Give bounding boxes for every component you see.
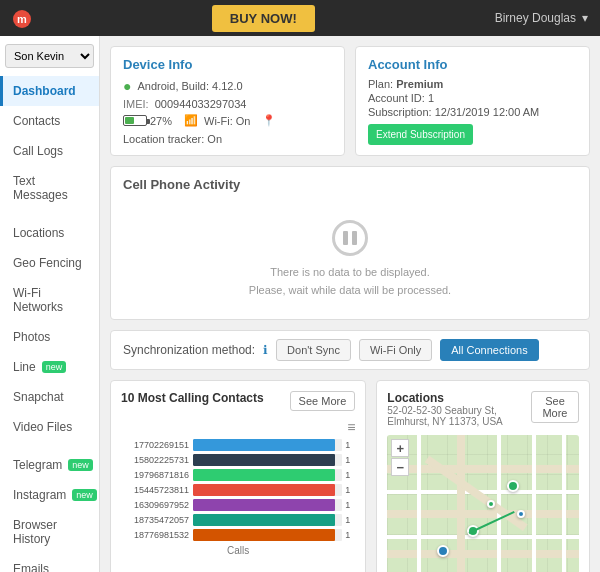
new-badge: new bbox=[68, 459, 93, 471]
location-card-header: Locations 52-02-52-30 Seabury St, Elmhur… bbox=[387, 391, 579, 431]
device-os: Android, Build: 4.12.0 bbox=[137, 80, 242, 92]
svg-text:m: m bbox=[17, 13, 27, 25]
pause-icon bbox=[332, 220, 368, 256]
subscription-label: Subscription: bbox=[368, 106, 432, 118]
bar-fill bbox=[193, 439, 335, 451]
battery-indicator: 27% bbox=[123, 115, 172, 127]
sidebar-item-telegram[interactable]: Telegramnew bbox=[0, 450, 99, 480]
chart-menu-icon[interactable]: ≡ bbox=[121, 419, 355, 435]
bar-container bbox=[193, 514, 342, 526]
bar-count: 1 bbox=[345, 500, 355, 510]
bar-label: 19796871816 bbox=[121, 470, 193, 480]
user-menu[interactable]: Birney Douglas ▾ bbox=[495, 11, 588, 25]
location-map: + − bbox=[387, 435, 579, 572]
bar-label: 18776981532 bbox=[121, 530, 193, 540]
bottom-row: 10 Most Calling Contacts See More ≡ 1770… bbox=[110, 380, 590, 572]
sync-label: Synchronization method: bbox=[123, 343, 255, 357]
sidebar-item-label: Telegram bbox=[13, 458, 62, 472]
android-icon: ● bbox=[123, 78, 131, 94]
sync-info-icon[interactable]: ℹ bbox=[263, 343, 268, 357]
device-info-card: Device Info ● Android, Build: 4.12.0 IME… bbox=[110, 46, 345, 156]
map-zoom-controls: + − bbox=[391, 439, 409, 476]
sidebar-item-label: Emails bbox=[13, 562, 49, 572]
bar-container bbox=[193, 484, 342, 496]
buy-now-button[interactable]: BUY NOW! bbox=[212, 5, 315, 32]
map-zoom-out[interactable]: − bbox=[391, 458, 409, 476]
info-row: Device Info ● Android, Build: 4.12.0 IME… bbox=[110, 46, 590, 156]
device-info-title: Device Info bbox=[123, 57, 332, 72]
location-status: Location tracker: On bbox=[123, 133, 222, 145]
plan-value: Premium bbox=[396, 78, 443, 90]
sidebar-item-label: Browser History bbox=[13, 518, 89, 546]
bar-count: 1 bbox=[345, 440, 355, 450]
sidebar-item-line[interactable]: Linenew bbox=[0, 352, 99, 382]
bar-label: 16309697952 bbox=[121, 500, 193, 510]
sidebar-item-video-files[interactable]: Video Files bbox=[0, 412, 99, 442]
sidebar-item-snapchat[interactable]: Snapchat bbox=[0, 382, 99, 412]
sidebar-item-instagram[interactable]: Instagramnew bbox=[0, 480, 99, 510]
main-layout: Son Kevin DashboardContactsCall LogsText… bbox=[0, 36, 600, 572]
sidebar-item-wi-fi-networks[interactable]: Wi-Fi Networks bbox=[0, 278, 99, 322]
sidebar-item-label: Wi-Fi Networks bbox=[13, 286, 89, 314]
sidebar-item-label: Photos bbox=[13, 330, 50, 344]
sidebar-divider bbox=[0, 442, 99, 450]
sidebar-item-geo-fencing[interactable]: Geo Fencing bbox=[0, 248, 99, 278]
bar-label: 15445723811 bbox=[121, 485, 193, 495]
dont-sync-button[interactable]: Don't Sync bbox=[276, 339, 351, 361]
cell-activity-card: Cell Phone Activity There is no data to … bbox=[110, 166, 590, 320]
user-selector[interactable]: Son Kevin bbox=[5, 44, 94, 68]
sidebar: Son Kevin DashboardContactsCall LogsText… bbox=[0, 36, 100, 572]
bar-label: 15802225731 bbox=[121, 455, 193, 465]
sidebar-item-label: Text Messages bbox=[13, 174, 89, 202]
bar-fill bbox=[193, 469, 335, 481]
table-row: 154457238111 bbox=[121, 484, 355, 496]
table-row: 158022257311 bbox=[121, 454, 355, 466]
sidebar-item-contacts[interactable]: Contacts bbox=[0, 106, 99, 136]
sidebar-item-text-messages[interactable]: Text Messages bbox=[0, 166, 99, 210]
bar-fill bbox=[193, 454, 335, 466]
account-id-label: Account ID: bbox=[368, 92, 425, 104]
table-row: 197968718161 bbox=[121, 469, 355, 481]
app-logo: m bbox=[12, 7, 32, 28]
wifi-status: Wi-Fi: On bbox=[204, 115, 250, 127]
sidebar-item-locations[interactable]: Locations bbox=[0, 218, 99, 248]
table-row: 187354720571 bbox=[121, 514, 355, 526]
account-info-title: Account Info bbox=[368, 57, 577, 72]
activity-placeholder: There is no data to be displayed. Please… bbox=[123, 200, 577, 309]
calling-chart: ≡ 17702269151115802225731119796871816115… bbox=[121, 415, 355, 560]
new-badge: new bbox=[72, 489, 97, 501]
table-row: 177022691511 bbox=[121, 439, 355, 451]
sidebar-item-browser-history[interactable]: Browser History bbox=[0, 510, 99, 554]
cell-activity-title: Cell Phone Activity bbox=[123, 177, 577, 192]
bar-count: 1 bbox=[345, 485, 355, 495]
locations-title: Locations bbox=[387, 391, 531, 405]
sync-row: Synchronization method: ℹ Don't Sync Wi-… bbox=[110, 330, 590, 370]
sidebar-item-label: Line bbox=[13, 360, 36, 374]
bar-fill bbox=[193, 529, 335, 541]
extend-subscription-button[interactable]: Extend Subscription bbox=[368, 124, 473, 145]
sidebar-item-call-logs[interactable]: Call Logs bbox=[0, 136, 99, 166]
location-icon: 📍 bbox=[262, 114, 276, 127]
account-plan: Plan: Premium bbox=[368, 78, 577, 90]
sidebar-item-emails[interactable]: Emails bbox=[0, 554, 99, 572]
location-see-more-button[interactable]: See More bbox=[531, 391, 579, 423]
map-zoom-in[interactable]: + bbox=[391, 439, 409, 457]
locations-card: Locations 52-02-52-30 Seabury St, Elmhur… bbox=[376, 380, 590, 572]
calling-card-title: 10 Most Calling Contacts bbox=[121, 391, 264, 405]
sidebar-item-label: Instagram bbox=[13, 488, 66, 502]
calling-contacts-card: 10 Most Calling Contacts See More ≡ 1770… bbox=[110, 380, 366, 572]
imei-label: IMEI: bbox=[123, 98, 149, 110]
device-row: ● Android, Build: 4.12.0 bbox=[123, 78, 332, 94]
bar-count: 1 bbox=[345, 515, 355, 525]
calling-see-more-button[interactable]: See More bbox=[290, 391, 356, 411]
wifi-only-button[interactable]: Wi-Fi Only bbox=[359, 339, 432, 361]
sidebar-item-photos[interactable]: Photos bbox=[0, 322, 99, 352]
table-row: 187769815321 bbox=[121, 529, 355, 541]
all-connections-button[interactable]: All Connections bbox=[440, 339, 538, 361]
bar-container bbox=[193, 469, 342, 481]
sidebar-item-label: Locations bbox=[13, 226, 64, 240]
sidebar-item-dashboard[interactable]: Dashboard bbox=[0, 76, 99, 106]
bar-fill bbox=[193, 499, 335, 511]
sidebar-item-label: Geo Fencing bbox=[13, 256, 82, 270]
topbar: m BUY NOW! Birney Douglas ▾ bbox=[0, 0, 600, 36]
